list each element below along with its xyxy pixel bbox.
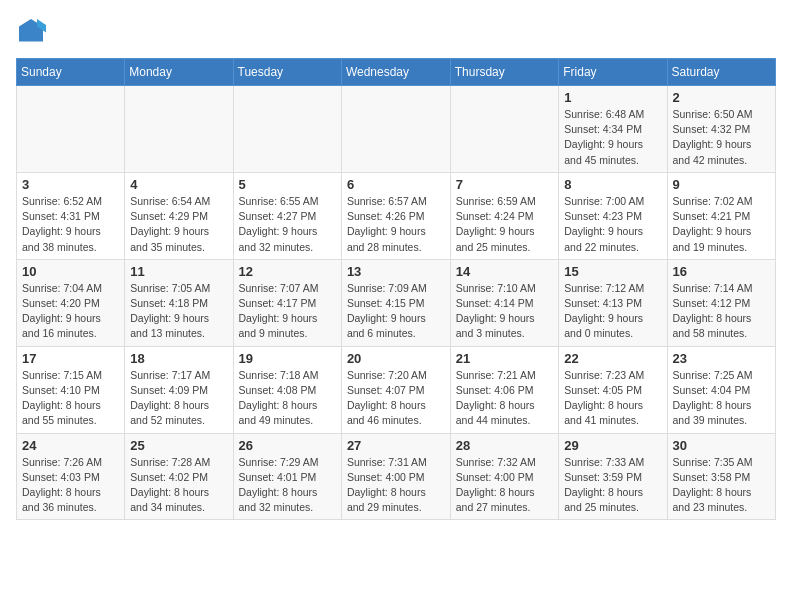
day-info: Sunrise: 7:12 AM Sunset: 4:13 PM Dayligh…	[564, 281, 661, 342]
calendar-cell: 22Sunrise: 7:23 AM Sunset: 4:05 PM Dayli…	[559, 346, 667, 433]
day-number: 26	[239, 438, 336, 453]
calendar-header-row: SundayMondayTuesdayWednesdayThursdayFrid…	[17, 59, 776, 86]
day-info: Sunrise: 7:04 AM Sunset: 4:20 PM Dayligh…	[22, 281, 119, 342]
day-number: 2	[673, 90, 770, 105]
calendar-cell: 30Sunrise: 7:35 AM Sunset: 3:58 PM Dayli…	[667, 433, 775, 520]
day-info: Sunrise: 7:05 AM Sunset: 4:18 PM Dayligh…	[130, 281, 227, 342]
calendar-cell: 12Sunrise: 7:07 AM Sunset: 4:17 PM Dayli…	[233, 259, 341, 346]
calendar-header-sunday: Sunday	[17, 59, 125, 86]
calendar-table: SundayMondayTuesdayWednesdayThursdayFrid…	[16, 58, 776, 520]
calendar-cell: 8Sunrise: 7:00 AM Sunset: 4:23 PM Daylig…	[559, 172, 667, 259]
calendar-cell: 29Sunrise: 7:33 AM Sunset: 3:59 PM Dayli…	[559, 433, 667, 520]
day-number: 23	[673, 351, 770, 366]
day-number: 12	[239, 264, 336, 279]
calendar-cell: 27Sunrise: 7:31 AM Sunset: 4:00 PM Dayli…	[341, 433, 450, 520]
calendar-cell: 7Sunrise: 6:59 AM Sunset: 4:24 PM Daylig…	[450, 172, 558, 259]
day-number: 17	[22, 351, 119, 366]
day-info: Sunrise: 7:31 AM Sunset: 4:00 PM Dayligh…	[347, 455, 445, 516]
day-number: 28	[456, 438, 553, 453]
calendar-cell: 6Sunrise: 6:57 AM Sunset: 4:26 PM Daylig…	[341, 172, 450, 259]
calendar-week-2: 3Sunrise: 6:52 AM Sunset: 4:31 PM Daylig…	[17, 172, 776, 259]
day-number: 5	[239, 177, 336, 192]
day-number: 25	[130, 438, 227, 453]
calendar-header-friday: Friday	[559, 59, 667, 86]
day-info: Sunrise: 7:17 AM Sunset: 4:09 PM Dayligh…	[130, 368, 227, 429]
calendar-cell	[341, 86, 450, 173]
day-info: Sunrise: 7:18 AM Sunset: 4:08 PM Dayligh…	[239, 368, 336, 429]
calendar-cell: 25Sunrise: 7:28 AM Sunset: 4:02 PM Dayli…	[125, 433, 233, 520]
calendar-cell	[17, 86, 125, 173]
calendar-cell: 23Sunrise: 7:25 AM Sunset: 4:04 PM Dayli…	[667, 346, 775, 433]
day-info: Sunrise: 7:29 AM Sunset: 4:01 PM Dayligh…	[239, 455, 336, 516]
day-info: Sunrise: 6:48 AM Sunset: 4:34 PM Dayligh…	[564, 107, 661, 168]
calendar-cell	[450, 86, 558, 173]
day-number: 10	[22, 264, 119, 279]
day-info: Sunrise: 7:20 AM Sunset: 4:07 PM Dayligh…	[347, 368, 445, 429]
calendar-cell: 13Sunrise: 7:09 AM Sunset: 4:15 PM Dayli…	[341, 259, 450, 346]
day-number: 14	[456, 264, 553, 279]
day-info: Sunrise: 7:02 AM Sunset: 4:21 PM Dayligh…	[673, 194, 770, 255]
calendar-cell: 10Sunrise: 7:04 AM Sunset: 4:20 PM Dayli…	[17, 259, 125, 346]
day-number: 13	[347, 264, 445, 279]
day-info: Sunrise: 7:10 AM Sunset: 4:14 PM Dayligh…	[456, 281, 553, 342]
calendar-header-wednesday: Wednesday	[341, 59, 450, 86]
calendar-cell: 5Sunrise: 6:55 AM Sunset: 4:27 PM Daylig…	[233, 172, 341, 259]
day-info: Sunrise: 6:54 AM Sunset: 4:29 PM Dayligh…	[130, 194, 227, 255]
day-info: Sunrise: 6:59 AM Sunset: 4:24 PM Dayligh…	[456, 194, 553, 255]
calendar-week-1: 1Sunrise: 6:48 AM Sunset: 4:34 PM Daylig…	[17, 86, 776, 173]
day-info: Sunrise: 6:55 AM Sunset: 4:27 PM Dayligh…	[239, 194, 336, 255]
day-number: 22	[564, 351, 661, 366]
day-info: Sunrise: 7:33 AM Sunset: 3:59 PM Dayligh…	[564, 455, 661, 516]
calendar-cell: 16Sunrise: 7:14 AM Sunset: 4:12 PM Dayli…	[667, 259, 775, 346]
calendar-cell: 21Sunrise: 7:21 AM Sunset: 4:06 PM Dayli…	[450, 346, 558, 433]
calendar-cell: 11Sunrise: 7:05 AM Sunset: 4:18 PM Dayli…	[125, 259, 233, 346]
day-number: 16	[673, 264, 770, 279]
calendar-week-4: 17Sunrise: 7:15 AM Sunset: 4:10 PM Dayli…	[17, 346, 776, 433]
day-info: Sunrise: 7:00 AM Sunset: 4:23 PM Dayligh…	[564, 194, 661, 255]
day-info: Sunrise: 7:28 AM Sunset: 4:02 PM Dayligh…	[130, 455, 227, 516]
day-number: 1	[564, 90, 661, 105]
calendar-cell: 1Sunrise: 6:48 AM Sunset: 4:34 PM Daylig…	[559, 86, 667, 173]
calendar-week-3: 10Sunrise: 7:04 AM Sunset: 4:20 PM Dayli…	[17, 259, 776, 346]
calendar-cell: 9Sunrise: 7:02 AM Sunset: 4:21 PM Daylig…	[667, 172, 775, 259]
day-number: 4	[130, 177, 227, 192]
calendar-header-monday: Monday	[125, 59, 233, 86]
calendar-cell: 28Sunrise: 7:32 AM Sunset: 4:00 PM Dayli…	[450, 433, 558, 520]
day-info: Sunrise: 7:09 AM Sunset: 4:15 PM Dayligh…	[347, 281, 445, 342]
day-number: 8	[564, 177, 661, 192]
day-number: 9	[673, 177, 770, 192]
day-info: Sunrise: 6:57 AM Sunset: 4:26 PM Dayligh…	[347, 194, 445, 255]
calendar-header-tuesday: Tuesday	[233, 59, 341, 86]
calendar-cell: 15Sunrise: 7:12 AM Sunset: 4:13 PM Dayli…	[559, 259, 667, 346]
day-number: 7	[456, 177, 553, 192]
calendar-week-5: 24Sunrise: 7:26 AM Sunset: 4:03 PM Dayli…	[17, 433, 776, 520]
calendar-cell: 3Sunrise: 6:52 AM Sunset: 4:31 PM Daylig…	[17, 172, 125, 259]
day-info: Sunrise: 7:14 AM Sunset: 4:12 PM Dayligh…	[673, 281, 770, 342]
day-info: Sunrise: 7:15 AM Sunset: 4:10 PM Dayligh…	[22, 368, 119, 429]
calendar-header-saturday: Saturday	[667, 59, 775, 86]
day-info: Sunrise: 7:23 AM Sunset: 4:05 PM Dayligh…	[564, 368, 661, 429]
logo	[16, 16, 50, 46]
day-info: Sunrise: 7:21 AM Sunset: 4:06 PM Dayligh…	[456, 368, 553, 429]
day-number: 27	[347, 438, 445, 453]
calendar-cell: 19Sunrise: 7:18 AM Sunset: 4:08 PM Dayli…	[233, 346, 341, 433]
day-number: 19	[239, 351, 336, 366]
logo-icon	[16, 16, 46, 46]
calendar-cell: 2Sunrise: 6:50 AM Sunset: 4:32 PM Daylig…	[667, 86, 775, 173]
day-number: 18	[130, 351, 227, 366]
day-number: 3	[22, 177, 119, 192]
day-number: 24	[22, 438, 119, 453]
calendar-cell: 24Sunrise: 7:26 AM Sunset: 4:03 PM Dayli…	[17, 433, 125, 520]
day-number: 15	[564, 264, 661, 279]
calendar-cell	[125, 86, 233, 173]
calendar-cell: 18Sunrise: 7:17 AM Sunset: 4:09 PM Dayli…	[125, 346, 233, 433]
day-info: Sunrise: 6:52 AM Sunset: 4:31 PM Dayligh…	[22, 194, 119, 255]
calendar-cell: 14Sunrise: 7:10 AM Sunset: 4:14 PM Dayli…	[450, 259, 558, 346]
page-header	[16, 16, 776, 46]
calendar-cell: 26Sunrise: 7:29 AM Sunset: 4:01 PM Dayli…	[233, 433, 341, 520]
day-info: Sunrise: 7:35 AM Sunset: 3:58 PM Dayligh…	[673, 455, 770, 516]
day-number: 29	[564, 438, 661, 453]
calendar-cell: 20Sunrise: 7:20 AM Sunset: 4:07 PM Dayli…	[341, 346, 450, 433]
calendar-header-thursday: Thursday	[450, 59, 558, 86]
calendar-cell: 17Sunrise: 7:15 AM Sunset: 4:10 PM Dayli…	[17, 346, 125, 433]
